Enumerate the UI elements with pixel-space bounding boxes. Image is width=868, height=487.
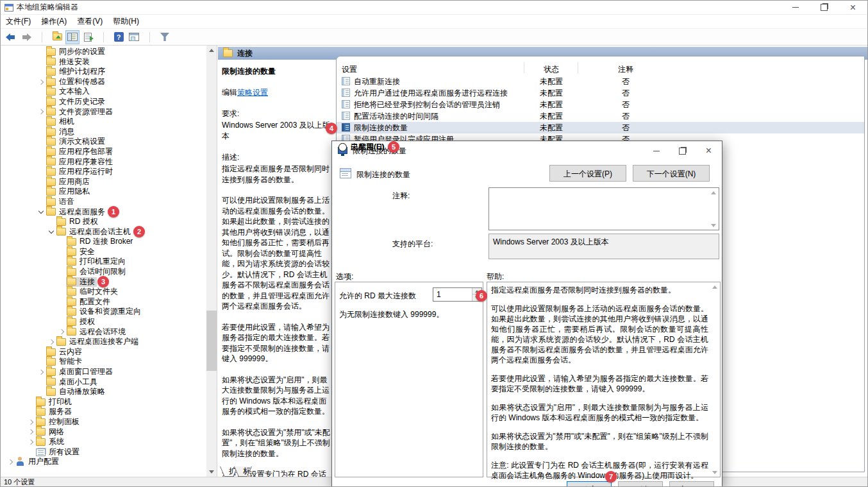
- restore-icon[interactable]: [810, 1, 839, 14]
- edit-policy-setting-link[interactable]: 策略设置: [237, 88, 268, 97]
- radio-icon[interactable]: [338, 143, 347, 151]
- expand-collapse-icon[interactable]: [37, 167, 46, 176]
- tree-item-hit[interactable]: 文件历史记录: [46, 97, 107, 107]
- tree-item-hit[interactable]: 应用程序运行时: [46, 167, 115, 176]
- tree-item[interactable]: 所有设置: [1, 447, 206, 457]
- tree-item-hit[interactable]: RD 连接 Broker: [66, 237, 135, 247]
- tree-item-hit[interactable]: 授权: [66, 317, 97, 327]
- scroll-down-icon[interactable]: [206, 467, 217, 477]
- expand-collapse-icon[interactable]: [26, 448, 35, 457]
- tree-item[interactable]: 消息: [1, 127, 206, 137]
- setting-row[interactable]: 配置活动连接的时间间隔 未配置 否: [337, 110, 864, 122]
- tree-item[interactable]: 推送安装: [1, 57, 206, 67]
- tree-item[interactable]: 服务器: [1, 407, 206, 417]
- expand-collapse-icon[interactable]: [57, 318, 66, 327]
- expand-collapse-icon[interactable]: [57, 277, 66, 286]
- tree-item[interactable]: 应用隐私: [1, 187, 206, 197]
- tree-item-hit[interactable]: 演示文稿设置: [46, 137, 107, 147]
- tree-item[interactable]: 应用商店: [1, 177, 206, 187]
- expand-collapse-icon[interactable]: [37, 388, 46, 397]
- tree-item[interactable]: 云内容: [1, 347, 206, 357]
- tree-item-hit[interactable]: 远程桌面会话主机: [56, 227, 133, 237]
- toolbar-button[interactable]: [19, 30, 33, 44]
- toolbar-button[interactable]: [127, 30, 141, 44]
- tree-item-hit[interactable]: 云内容: [46, 347, 84, 357]
- tree-item[interactable]: 应用程序包部署: [1, 147, 206, 157]
- menu-item[interactable]: 操作(A): [36, 15, 72, 28]
- tree-item-hit[interactable]: 应用隐私: [46, 187, 92, 197]
- max-connections-input[interactable]: [433, 288, 472, 301]
- view-tab-label[interactable]: 标准: [235, 466, 251, 476]
- expand-collapse-icon[interactable]: [47, 218, 56, 226]
- tree-item-hit[interactable]: 打印机重定向: [66, 257, 128, 267]
- tree-item[interactable]: 文件历史记录: [1, 97, 206, 107]
- expand-collapse-icon[interactable]: [37, 78, 46, 87]
- tree-item[interactable]: RD 授权: [1, 217, 206, 227]
- tree-item[interactable]: 远程桌面会话主机 2: [1, 227, 206, 237]
- tree-item-hit[interactable]: 应用程序兼容性: [46, 157, 115, 167]
- cancel-button[interactable]: 取消: [618, 481, 663, 487]
- tree-item[interactable]: 用户配置: [1, 457, 206, 467]
- tree-item[interactable]: 远程桌面服务 1: [1, 207, 206, 218]
- dialog-close-icon[interactable]: [696, 141, 722, 160]
- tree-item-hit[interactable]: 语音: [46, 197, 76, 207]
- tree-item[interactable]: 维护计划程序: [1, 67, 206, 77]
- dialog-maximize-icon[interactable]: [669, 141, 696, 160]
- tree-item-hit[interactable]: 安全: [66, 247, 97, 257]
- tree-item-hit[interactable]: 维护计划程序: [46, 67, 107, 76]
- close-icon[interactable]: [839, 1, 867, 14]
- ok-button[interactable]: 确定: [567, 481, 612, 487]
- tree-item[interactable]: 语音: [1, 197, 206, 207]
- tree-item[interactable]: 打印机重定向: [1, 257, 206, 267]
- tree-item-hit[interactable]: 服务器: [35, 407, 74, 417]
- tree-item-hit[interactable]: 智能卡: [46, 357, 84, 367]
- scroll-up-icon[interactable]: [206, 46, 217, 55]
- expand-collapse-icon[interactable]: [37, 377, 46, 386]
- expand-collapse-icon[interactable]: [37, 187, 46, 196]
- tree-item-hit[interactable]: 打印机: [35, 397, 74, 407]
- tree-item-hit[interactable]: 位置和传感器: [46, 77, 107, 87]
- expand-collapse-icon[interactable]: [37, 117, 46, 126]
- tree-item[interactable]: 自动播放策略: [1, 387, 206, 397]
- expand-collapse-icon[interactable]: [26, 418, 35, 427]
- tree-item-hit[interactable]: 相机: [46, 117, 76, 126]
- tree-item[interactable]: 位置和传感器: [1, 77, 206, 87]
- tree-item-hit[interactable]: 网络: [35, 427, 66, 437]
- tree-item[interactable]: 远程桌面连接客户端: [1, 337, 206, 347]
- menu-item[interactable]: 文件(F): [1, 15, 36, 28]
- setting-row[interactable]: 允许用户通过使用远程桌面服务进行远程连接 未配置 否: [337, 87, 864, 99]
- column-header-state[interactable]: 状态: [524, 64, 578, 75]
- tree-item[interactable]: 应用程序运行时: [1, 167, 206, 177]
- tree-item[interactable]: 连接 3: [1, 277, 206, 287]
- expand-collapse-icon[interactable]: [47, 337, 56, 346]
- tree-item[interactable]: 文件资源管理器: [1, 107, 206, 117]
- help-scrollbar[interactable]: [710, 283, 719, 476]
- setting-row[interactable]: 拒绝将已经登录到控制台会话的管理员注销 未配置 否: [337, 99, 864, 110]
- tree-scrollbar[interactable]: [206, 46, 217, 477]
- menu-item[interactable]: 查看(V): [72, 15, 108, 28]
- expand-collapse-icon[interactable]: [57, 268, 66, 277]
- setting-row[interactable]: 限制连接的数量 未配置 否: [337, 122, 864, 133]
- tree-item-hit[interactable]: 系统: [35, 437, 66, 447]
- tree-item-hit[interactable]: 文本输入: [46, 87, 92, 97]
- expand-collapse-icon[interactable]: [37, 87, 46, 96]
- tree-item-hit[interactable]: RD 授权: [56, 217, 100, 226]
- tree-item-hit[interactable]: 远程桌面服务: [46, 207, 107, 217]
- expand-collapse-icon[interactable]: [57, 307, 66, 316]
- tree-item[interactable]: 设备和资源重定向: [1, 307, 206, 317]
- tree-item-hit[interactable]: 桌面小工具: [46, 377, 99, 387]
- expand-collapse-icon[interactable]: [57, 327, 66, 336]
- expand-collapse-icon[interactable]: [26, 407, 35, 416]
- tree-item[interactable]: 打印机: [1, 397, 206, 407]
- tree-item[interactable]: 相机: [1, 117, 206, 127]
- toolbar-button[interactable]: [81, 30, 95, 44]
- setting-row[interactable]: 自动重新连接 未配置 否: [337, 76, 864, 87]
- toolbar-button[interactable]: [4, 30, 18, 44]
- column-header-comment[interactable]: 注释: [578, 64, 673, 75]
- menu-item[interactable]: 帮助(H): [108, 15, 144, 28]
- max-connections-stepper[interactable]: [433, 287, 482, 302]
- expand-collapse-icon[interactable]: [47, 227, 56, 236]
- toolbar-button[interactable]: [50, 30, 64, 44]
- next-setting-button[interactable]: 下一个设置(N): [633, 165, 710, 182]
- tree-item-hit[interactable]: 应用商店: [46, 177, 92, 187]
